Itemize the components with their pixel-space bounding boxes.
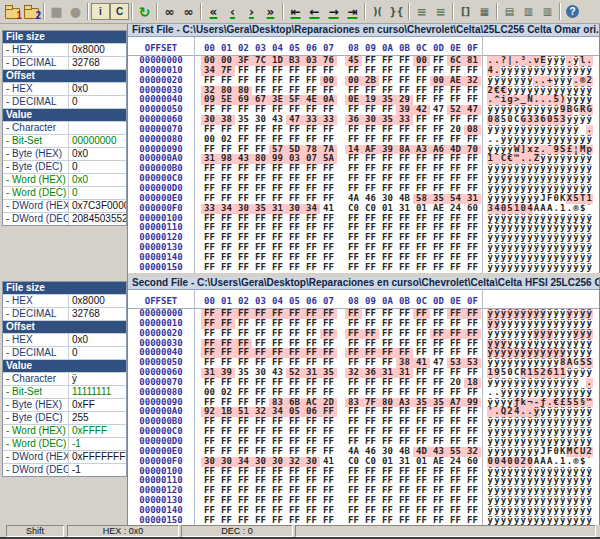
ascii-char[interactable]: 0 (553, 447, 560, 457)
ascii-char[interactable]: ÿ (527, 243, 534, 253)
ascii-char[interactable]: k (520, 398, 527, 408)
ascii-char[interactable]: ÿ (540, 105, 547, 115)
ascii-char[interactable]: ÿ (573, 309, 580, 319)
ascii-char[interactable]: ® (573, 204, 580, 214)
ascii-char[interactable]: ÿ (500, 496, 507, 506)
ascii-char[interactable]: ÿ (579, 407, 586, 417)
hex-row[interactable]: 00000030FFFFFFFFFFFFFFFFFFFFFFFFFFFFFFFF… (128, 339, 599, 349)
ascii-char[interactable]: ÿ (507, 496, 514, 506)
ascii-char[interactable]: ÿ (487, 164, 494, 174)
ascii-char[interactable]: ¯ (546, 145, 553, 155)
ascii-char[interactable]: ÿ (560, 263, 567, 273)
ascii-char[interactable]: ÿ (500, 243, 507, 253)
ascii-char[interactable]: ÿ (533, 516, 540, 525)
ascii-char[interactable]: ÿ (500, 105, 507, 115)
hex-row[interactable]: 000000A0921B5132340506FFFFFFFFFFFFFFFFFF… (128, 407, 599, 417)
ascii-char[interactable]: ÿ (560, 135, 567, 145)
expand-equal-blocks-button[interactable]: }{ (387, 2, 406, 21)
hex-row[interactable]: 00000010FFFFFFFFFFFFFFFFFFFFFFFFFFFFFFFF… (128, 319, 599, 329)
ascii-char[interactable]: ÿ (533, 243, 540, 253)
ascii-char[interactable]: ÿ (540, 174, 547, 184)
ascii-char[interactable]: ÿ (566, 476, 573, 486)
next-difference-button[interactable]: › (242, 2, 261, 21)
find-next-button[interactable]: ∞ (179, 2, 198, 21)
ascii-char[interactable]: ÿ (566, 214, 573, 224)
ascii-char[interactable]: ÿ (579, 154, 586, 164)
hex-row[interactable]: 00000100FFFFFFFFFFFFFFFFFFFFFFFFFFFFFFFF… (128, 214, 599, 224)
ascii-char[interactable]: ¬ (527, 398, 534, 408)
ascii-char[interactable]: ÿ (500, 174, 507, 184)
ascii-char[interactable]: ÿ (586, 506, 593, 516)
ascii-char[interactable]: ÿ (513, 427, 520, 437)
ascii-char[interactable]: ÿ (533, 378, 540, 388)
ascii-char[interactable]: ÿ (500, 329, 507, 339)
hex-row[interactable]: 00000070FFFFFFFFFFFFFFFFFFFFFFFFFFFF2018… (128, 378, 599, 388)
ascii-char[interactable]: ÿ (520, 447, 527, 457)
ascii-char[interactable]: ÿ (566, 319, 573, 329)
ascii-char[interactable]: ÿ (487, 145, 494, 155)
ascii-char[interactable]: ÿ (546, 154, 553, 164)
ascii-char[interactable]: 5 (573, 398, 580, 408)
ascii-char[interactable]: ÿ (566, 437, 573, 447)
ascii-char[interactable]: ÿ (500, 398, 507, 408)
hex-row[interactable]: 00000130FFFFFFFFFFFFFFFFFFFFFFFFFFFFFFFF… (128, 496, 599, 506)
ascii-char[interactable]: ÿ (513, 125, 520, 135)
ascii-char[interactable]: G (520, 115, 527, 125)
ascii-char[interactable]: 1 (527, 368, 534, 378)
ascii-char[interactable]: ÿ (540, 263, 547, 273)
ascii-char[interactable]: ÿ (487, 319, 494, 329)
ascii-char[interactable]: ÿ (553, 329, 560, 339)
ascii-char[interactable]: . (487, 95, 494, 105)
ascii-char[interactable]: ÿ (513, 358, 520, 368)
ascii-char[interactable]: ÿ (527, 214, 534, 224)
ascii-char[interactable]: ÿ (494, 164, 501, 174)
ascii-char[interactable]: + (546, 76, 553, 86)
ascii-char[interactable]: ÿ (553, 174, 560, 184)
ascii-char[interactable]: ÿ (507, 86, 514, 96)
ascii-char[interactable]: ÿ (533, 233, 540, 243)
ascii-char[interactable]: ÿ (527, 233, 534, 243)
ascii-char[interactable]: ÿ (586, 407, 593, 417)
ascii-char[interactable]: A (533, 457, 540, 467)
ascii-char[interactable]: . (566, 204, 573, 214)
ascii-char[interactable]: . (513, 56, 520, 66)
ascii-char[interactable]: ÿ (494, 223, 501, 233)
ascii-char[interactable]: ÿ (560, 437, 567, 447)
ascii-char[interactable]: ÿ (560, 214, 567, 224)
hex-row[interactable]: 000000B0FFFFFFFFFFFFFFFFFFFFFFFFFFFFFFFF… (128, 164, 599, 174)
toggle-info-panel-button[interactable]: i (91, 3, 110, 20)
ascii-char[interactable]: - (533, 398, 540, 408)
ascii-char[interactable]: ÿ (553, 319, 560, 329)
ascii-char[interactable]: ÿ (487, 427, 494, 437)
ascii-char[interactable]: ÿ (573, 339, 580, 349)
ascii-char[interactable]: ÿ (540, 164, 547, 174)
ascii-char[interactable]: ÿ (520, 105, 527, 115)
ascii-char[interactable]: ÿ (553, 309, 560, 319)
ascii-char[interactable]: 1 (487, 368, 494, 378)
ascii-char[interactable]: . (586, 378, 593, 388)
ascii-char[interactable]: ¦ (573, 145, 580, 155)
ascii-char[interactable]: ÿ (546, 388, 553, 398)
ascii-char[interactable]: ÿ (573, 506, 580, 516)
ascii-char[interactable]: ’ (487, 407, 494, 417)
ascii-char[interactable]: ÿ (579, 467, 586, 477)
ascii-char[interactable]: ÿ (566, 427, 573, 437)
hex-row[interactable]: 000000E0FFFFFFFFFFFFFFFF4A46304B58355431… (128, 194, 599, 204)
ascii-char[interactable]: ÿ (513, 86, 520, 96)
ascii-char[interactable]: ÿ (500, 378, 507, 388)
ascii-char[interactable]: 0 (500, 204, 507, 214)
ascii-char[interactable]: ÿ (507, 339, 514, 349)
ascii-char[interactable]: ÿ (553, 86, 560, 96)
ascii-char[interactable]: ÿ (507, 164, 514, 174)
ascii-char[interactable]: 0 (507, 115, 514, 125)
ascii-char[interactable]: ÿ (507, 348, 514, 358)
ascii-char[interactable]: ÿ (546, 378, 553, 388)
ascii-char[interactable]: ÿ (513, 66, 520, 76)
ascii-char[interactable]: ÿ (494, 378, 501, 388)
ascii-char[interactable]: ÿ (586, 86, 593, 96)
ascii-char[interactable]: ÿ (527, 319, 534, 329)
ascii-char[interactable]: ÿ (553, 339, 560, 349)
ascii-char[interactable]: ÿ (560, 223, 567, 233)
ascii-char[interactable]: . (546, 398, 553, 408)
ascii-char[interactable]: ÿ (507, 398, 514, 408)
